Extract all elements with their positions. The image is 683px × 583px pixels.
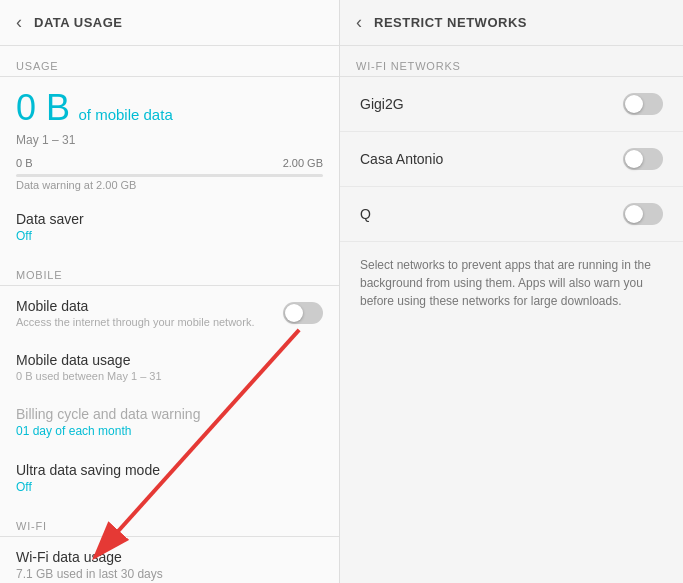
network-name-casa-antonio: Casa Antonio — [360, 151, 443, 167]
usage-bar-left: 0 B — [16, 157, 33, 169]
mobile-data-item[interactable]: Mobile data Access the internet through … — [0, 286, 339, 340]
wifi-data-usage-sub: 7.1 GB used in last 30 days — [16, 567, 323, 581]
left-panel-title: DATA USAGE — [34, 15, 123, 30]
ultra-data-sub: Off — [16, 480, 323, 494]
mobile-data-toggle-knob — [285, 304, 303, 322]
wifi-data-usage-item[interactable]: Wi-Fi data usage 7.1 GB used in last 30 … — [0, 537, 339, 583]
network-toggle-q[interactable] — [623, 203, 663, 225]
mobile-data-title: Mobile data — [16, 298, 269, 314]
mobile-data-usage-item[interactable]: Mobile data usage 0 B used between May 1… — [0, 340, 339, 394]
mobile-data-toggle[interactable] — [283, 302, 323, 324]
data-saver-title: Data saver — [16, 211, 323, 227]
left-panel: ‹ DATA USAGE USAGE 0 B of mobile data Ma… — [0, 0, 340, 583]
usage-progress-bar — [16, 174, 323, 177]
mobile-section-label: MOBILE — [0, 255, 339, 285]
network-name-gigi2g: Gigi2G — [360, 96, 404, 112]
data-saver-sub: Off — [16, 229, 323, 243]
wifi-data-usage-title: Wi-Fi data usage — [16, 549, 323, 565]
mobile-data-toggle-wrapper — [283, 302, 323, 324]
network-toggle-knob-casa-antonio — [625, 150, 643, 168]
network-toggle-gigi2g[interactable] — [623, 93, 663, 115]
restrict-networks-info: Select networks to prevent apps that are… — [340, 242, 683, 324]
billing-cycle-sub: 01 day of each month — [16, 424, 323, 438]
billing-cycle-item[interactable]: Billing cycle and data warning 01 day of… — [0, 394, 339, 450]
usage-section-label: USAGE — [0, 46, 339, 76]
network-item-casa-antonio[interactable]: Casa Antonio — [340, 132, 683, 187]
usage-big-label: of mobile data — [79, 106, 173, 123]
usage-big-row: 0 B of mobile data — [0, 77, 339, 131]
mobile-data-sub: Access the internet through your mobile … — [16, 316, 269, 328]
network-toggle-knob-q — [625, 205, 643, 223]
usage-date-range: May 1 – 31 — [0, 131, 339, 155]
ultra-data-item[interactable]: Ultra data saving mode Off — [0, 450, 339, 506]
mobile-data-usage-title: Mobile data usage — [16, 352, 323, 368]
network-item-q[interactable]: Q — [340, 187, 683, 242]
right-panel: ‹ RESTRICT NETWORKS WI-FI NETWORKS Gigi2… — [340, 0, 683, 583]
wifi-section-label: WI-FI — [0, 506, 339, 536]
usage-bar-right: 2.00 GB — [283, 157, 323, 169]
ultra-data-title: Ultra data saving mode — [16, 462, 323, 478]
right-header: ‹ RESTRICT NETWORKS — [340, 0, 683, 46]
usage-big-value: 0 B — [16, 87, 70, 128]
left-back-button[interactable]: ‹ — [16, 12, 22, 33]
network-toggle-knob-gigi2g — [625, 95, 643, 113]
network-item-gigi2g[interactable]: Gigi2G — [340, 77, 683, 132]
usage-bar-row: 0 B 2.00 GB — [0, 155, 339, 171]
left-header: ‹ DATA USAGE — [0, 0, 339, 46]
billing-cycle-title: Billing cycle and data warning — [16, 406, 323, 422]
network-name-q: Q — [360, 206, 371, 222]
network-toggle-casa-antonio[interactable] — [623, 148, 663, 170]
right-back-button[interactable]: ‹ — [356, 12, 362, 33]
right-panel-title: RESTRICT NETWORKS — [374, 15, 527, 30]
right-wifi-label: WI-FI NETWORKS — [340, 46, 683, 76]
data-saver-item[interactable]: Data saver Off — [0, 199, 339, 255]
usage-bar-sub: Data warning at 2.00 GB — [0, 179, 339, 199]
mobile-data-usage-sub: 0 B used between May 1 – 31 — [16, 370, 323, 382]
